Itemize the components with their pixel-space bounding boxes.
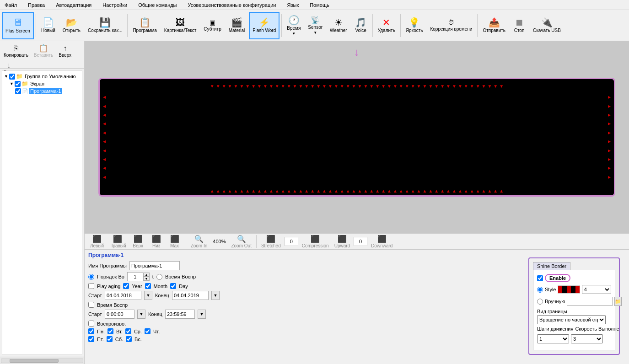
send-button[interactable]: 📤 Отправить <box>479 12 509 39</box>
left-hscroll[interactable] <box>0 357 84 364</box>
zoom-out-button[interactable]: 🔍 Zoom Out <box>229 234 253 249</box>
tree-program-checkbox[interactable] <box>15 88 21 94</box>
zoom-in-button[interactable]: 🔍 Zoom In <box>189 234 210 249</box>
tree-program-label[interactable]: Программа-1 <box>29 88 62 94</box>
props-start-input[interactable] <box>105 291 141 300</box>
flash-word-button[interactable]: ⚡ Flash Word <box>249 12 280 39</box>
props-fri-checkbox[interactable] <box>88 336 94 342</box>
props-day-checkbox[interactable] <box>170 283 176 289</box>
shine-enable-label[interactable]: Enable <box>545 274 570 282</box>
led-tri-t41: ▼ <box>446 84 451 89</box>
tree-screen-checkbox[interactable] <box>15 81 21 87</box>
props-playback-checkbox[interactable] <box>88 321 94 327</box>
menu-autoadapt[interactable]: Автоадаптация <box>53 1 94 9</box>
voice-button[interactable]: 🎵 Voice <box>351 12 371 39</box>
max-button[interactable]: ⬛ Мах <box>167 234 183 249</box>
open-button[interactable]: 📂 Открыть <box>59 12 84 39</box>
props-order-down[interactable]: ▼ <box>143 277 150 281</box>
hscroll-track[interactable] <box>1 359 83 363</box>
right-align-button[interactable]: ⬛ Правый <box>108 234 128 249</box>
program-button[interactable]: 📋 Программа <box>129 12 160 39</box>
props-playaging-checkbox[interactable] <box>88 283 94 289</box>
led-screen[interactable]: ▼ ▼ ▼ ▼ ▼ ▼ ▼ ▼ ▼ ▼ ▼ ▼ <box>98 78 615 197</box>
hscroll-thumb[interactable] <box>10 359 59 363</box>
shine-enable-checkbox[interactable] <box>537 275 543 281</box>
save-as-button[interactable]: 💾 Сохранить как... <box>85 12 125 39</box>
props-end-calendar-btn[interactable]: ▼ <box>211 291 220 300</box>
led-tri-t30: ▼ <box>381 84 386 89</box>
props-thu-checkbox[interactable] <box>145 328 151 334</box>
main-area: ⎘ Копировать 📋 Вставить ↑ Вверх ↓ Вниз ▼… <box>0 41 629 364</box>
sensor-button[interactable]: 📡 Sensor ▼ <box>305 12 326 39</box>
brightness-button[interactable]: 💡 Яркость <box>403 12 426 39</box>
shine-speed-select[interactable]: 3 1 2 4 5 <box>571 334 603 343</box>
led-tri-t9: ▼ <box>257 84 262 89</box>
props-name-input[interactable] <box>129 261 180 270</box>
time-button[interactable]: 🕐 Время ▼ <box>284 12 304 39</box>
shine-border-tab[interactable]: Shine Border <box>533 262 570 270</box>
props-wed-checkbox[interactable] <box>125 328 131 334</box>
bottom-align-label: Низ <box>152 243 160 248</box>
compression-value-input[interactable] <box>285 237 298 246</box>
stop-button[interactable]: ⏹ Стоп <box>510 12 529 39</box>
props-year-checkbox[interactable] <box>123 283 129 289</box>
shine-browse-button[interactable]: 📁 <box>614 297 622 306</box>
menu-common-cmds[interactable]: Общие команды <box>135 1 179 9</box>
time-correction-button[interactable]: ⏱ Коррекция времени <box>427 12 475 39</box>
props-tue-checkbox[interactable] <box>108 328 113 334</box>
props-start-calendar-btn[interactable]: ▼ <box>144 291 152 300</box>
props-fri-label: Пт. <box>97 337 104 342</box>
menu-file[interactable]: Файл <box>2 1 20 9</box>
zoom-out-label: Zoom Out <box>231 243 251 248</box>
props-sun-checkbox[interactable] <box>126 336 132 342</box>
shine-manual-radio[interactable] <box>537 299 543 305</box>
props-order-radio[interactable] <box>88 274 94 280</box>
tree-expand-group[interactable]: ▼ <box>4 74 8 79</box>
bottom-align-button[interactable]: ⬛ Низ <box>148 234 165 249</box>
shine-bordertype-select[interactable]: Вращение по часовой стрелке Вращение про… <box>537 315 606 324</box>
stretched-button[interactable]: ⬛ Stretched <box>259 234 283 249</box>
material-button[interactable]: 🎬 Material <box>226 12 248 39</box>
tree-screen-label[interactable]: Экран <box>29 80 45 87</box>
menu-help[interactable]: Помощь <box>307 1 332 9</box>
tree-group-checkbox[interactable] <box>9 74 15 80</box>
props-end-input[interactable] <box>172 291 209 300</box>
picture-text-button[interactable]: 🖼 Картинка/Текст <box>161 12 200 39</box>
subtitle-button[interactable]: ▣ Субтитр <box>200 12 224 39</box>
props-start2-input[interactable] <box>105 310 134 319</box>
props-playtime2-checkbox[interactable] <box>88 302 94 308</box>
new-button[interactable]: 📄 Новый <box>38 12 59 39</box>
top-align-button[interactable]: ⬛ Верх <box>130 234 146 249</box>
download-usb-button[interactable]: 🔌 Скачать USB <box>530 12 564 39</box>
menu-language[interactable]: Язык <box>284 1 301 9</box>
shine-style-radio[interactable] <box>537 287 543 293</box>
copy-button[interactable]: ⎘ Копировать <box>2 43 30 59</box>
props-start2-btn[interactable]: ▼ <box>137 310 145 319</box>
tree-group-label[interactable]: Группа по Умолчанию <box>24 73 76 80</box>
menu-advanced[interactable]: Усовершенствованные конфигурации <box>185 1 279 9</box>
props-end2-btn[interactable]: ▼ <box>198 310 206 319</box>
menu-settings[interactable]: Настройки <box>100 1 130 9</box>
compression-button[interactable]: ⬛ Compression <box>300 234 331 249</box>
delete-button[interactable]: ✕ Удалить <box>375 12 398 39</box>
shine-custom-input[interactable] <box>567 297 613 306</box>
shine-movesteps-select[interactable]: 1 2 3 <box>537 334 569 343</box>
shine-style-select[interactable]: 4 1 2 3 <box>582 285 611 294</box>
plus-screen-button[interactable]: 🖥 Plus Screen <box>2 12 34 39</box>
tree-expand-screen[interactable]: ▼ <box>10 81 14 86</box>
left-align-button[interactable]: ⬛ Левый <box>88 234 106 249</box>
props-mon-checkbox[interactable] <box>88 328 94 334</box>
props-end2-input[interactable] <box>165 310 195 319</box>
props-order-up[interactable]: ▲ <box>143 273 150 277</box>
props-playtime-radio[interactable] <box>156 274 162 280</box>
props-order-input[interactable] <box>127 272 143 281</box>
downward-button[interactable]: ⬛ Downward <box>369 234 394 249</box>
props-sat-checkbox[interactable] <box>107 336 113 342</box>
menu-edit[interactable]: Правка <box>25 1 48 9</box>
edit-toolbar: ⎘ Копировать 📋 Вставить ↑ Вверх ↓ Вниз <box>0 41 84 69</box>
up-button[interactable]: ↑ Вверх <box>57 43 73 59</box>
props-month-checkbox[interactable] <box>145 283 151 289</box>
weather-button[interactable]: ☀ Weather <box>327 12 350 39</box>
upward-value-input[interactable] <box>354 237 367 246</box>
upward-button[interactable]: ⬛ Upward <box>333 234 352 249</box>
